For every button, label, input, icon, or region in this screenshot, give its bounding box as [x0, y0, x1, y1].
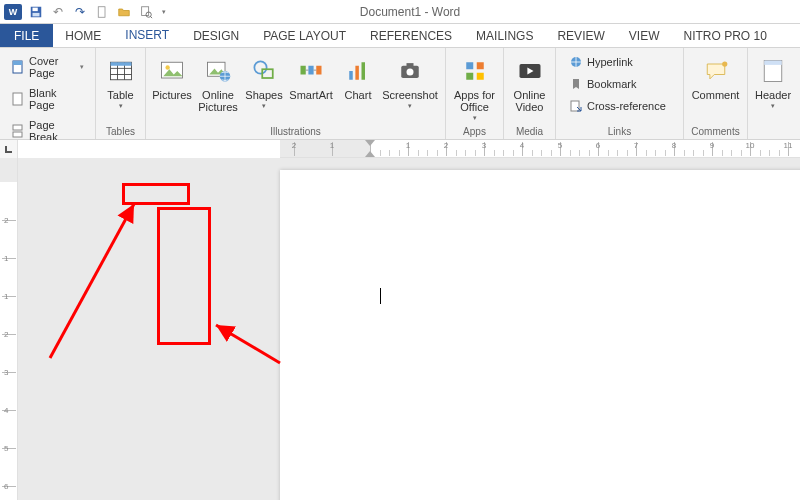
tab-page-layout[interactable]: PAGE LAYOUT [251, 24, 358, 47]
online-pictures-button[interactable]: Online Pictures [194, 50, 242, 114]
header-icon [757, 55, 789, 87]
cover-page-button[interactable]: Cover Page ▾ [6, 52, 89, 82]
smartart-label: SmartArt [289, 89, 332, 101]
group-tables: Table ▾ Tables [96, 48, 146, 139]
tab-view[interactable]: VIEW [617, 24, 672, 47]
blank-page-label: Blank Page [29, 87, 84, 111]
cross-ref-label: Cross-reference [587, 100, 666, 112]
group-media-label: Media [508, 124, 551, 139]
blank-page-button[interactable]: Blank Page [6, 84, 89, 114]
group-hf-label [752, 135, 794, 139]
ruler-corner [0, 140, 18, 158]
smartart-icon [295, 55, 327, 87]
chart-icon [342, 55, 374, 87]
chart-button[interactable]: Chart [336, 50, 380, 102]
svg-rect-26 [316, 66, 321, 75]
print-preview-icon[interactable] [138, 4, 154, 20]
cross-ref-icon [569, 99, 583, 113]
video-icon [514, 55, 546, 87]
svg-rect-35 [466, 73, 473, 80]
svg-rect-3 [98, 6, 105, 17]
ribbon-tabstrip: FILE HOME INSERT DESIGN PAGE LAYOUT REFE… [0, 24, 800, 48]
tab-review[interactable]: REVIEW [545, 24, 616, 47]
word-app-icon: W [4, 4, 22, 20]
screenshot-button[interactable]: Screenshot ▾ [380, 50, 440, 111]
group-apps: Apps for Office ▾ Apps [446, 48, 504, 139]
document-page[interactable] [280, 170, 800, 500]
blank-page-icon [11, 92, 25, 106]
tab-references[interactable]: REFERENCES [358, 24, 464, 47]
svg-point-19 [165, 65, 169, 69]
shapes-icon [248, 55, 280, 87]
apps-for-office-button[interactable]: Apps for Office ▾ [450, 50, 499, 123]
tab-insert[interactable]: INSERT [113, 24, 181, 47]
chevron-down-icon: ▾ [119, 102, 123, 110]
vertical-ruler[interactable]: 21123456 [0, 158, 18, 500]
online-pictures-label: Online Pictures [197, 89, 239, 113]
tab-file[interactable]: FILE [0, 24, 53, 47]
svg-rect-2 [33, 12, 40, 16]
svg-rect-36 [476, 73, 483, 80]
svg-rect-25 [308, 66, 313, 75]
bookmark-button[interactable]: Bookmark [564, 74, 671, 94]
svg-rect-27 [349, 71, 353, 80]
online-video-button[interactable]: Online Video [508, 50, 551, 114]
svg-rect-1 [33, 7, 38, 11]
svg-rect-24 [301, 66, 306, 75]
bookmark-icon [569, 77, 583, 91]
cover-page-icon [11, 60, 25, 74]
horizontal-ruler[interactable]: 211234567891011 [280, 140, 800, 158]
svg-rect-10 [13, 125, 22, 130]
cross-reference-button[interactable]: Cross-reference [564, 96, 671, 116]
undo-icon[interactable]: ↶ [50, 4, 66, 20]
hyperlink-button[interactable]: Hyperlink [564, 52, 671, 72]
group-illustrations-label: Illustrations [150, 124, 441, 139]
svg-point-31 [407, 68, 414, 75]
group-comments: Comment Comments [684, 48, 748, 139]
chevron-down-icon: ▾ [80, 63, 84, 71]
chevron-down-icon: ▾ [473, 114, 477, 122]
header-label: Header [755, 89, 791, 101]
svg-rect-42 [764, 61, 782, 65]
pictures-button[interactable]: Pictures [150, 50, 194, 102]
new-doc-icon[interactable] [94, 4, 110, 20]
chevron-down-icon: ▾ [771, 102, 775, 110]
tab-nitro[interactable]: NITRO PRO 10 [671, 24, 778, 47]
open-folder-icon[interactable] [116, 4, 132, 20]
screenshot-label: Screenshot [382, 89, 438, 101]
svg-rect-29 [362, 62, 366, 80]
qat-customize-icon[interactable]: ▾ [162, 8, 166, 16]
svg-rect-39 [571, 101, 579, 111]
svg-rect-11 [13, 132, 22, 137]
svg-rect-28 [355, 66, 359, 80]
redo-icon[interactable]: ↷ [72, 4, 88, 20]
svg-rect-34 [476, 62, 483, 69]
online-pictures-icon [202, 55, 234, 87]
group-pages: Cover Page ▾ Blank Page Page Break Page [0, 48, 96, 139]
comment-button[interactable]: Comment [688, 50, 743, 102]
cover-page-label: Cover Page [29, 55, 74, 79]
hanging-indent-marker[interactable] [365, 151, 375, 157]
tab-mailings[interactable]: MAILINGS [464, 24, 545, 47]
svg-line-6 [150, 16, 152, 18]
bookmark-label: Bookmark [587, 78, 637, 90]
svg-rect-33 [466, 62, 473, 69]
svg-rect-9 [13, 93, 22, 105]
smartart-button[interactable]: SmartArt [286, 50, 336, 102]
table-icon [105, 55, 137, 87]
tab-design[interactable]: DESIGN [181, 24, 251, 47]
shapes-button[interactable]: Shapes ▾ [242, 50, 286, 111]
text-cursor [380, 288, 381, 304]
page-viewport[interactable] [18, 158, 800, 500]
chevron-down-icon: ▾ [262, 102, 266, 110]
header-button[interactable]: Header ▾ [752, 50, 794, 111]
group-header-footer: Header ▾ [748, 48, 798, 139]
document-area: 21123456 [0, 158, 800, 500]
apps-icon [459, 55, 491, 87]
first-line-indent-marker[interactable] [365, 140, 375, 146]
save-icon[interactable] [28, 4, 44, 20]
svg-rect-17 [110, 62, 131, 66]
tab-home[interactable]: HOME [53, 24, 113, 47]
tab-selector-icon[interactable] [2, 142, 16, 156]
table-button[interactable]: Table ▾ [100, 50, 141, 111]
